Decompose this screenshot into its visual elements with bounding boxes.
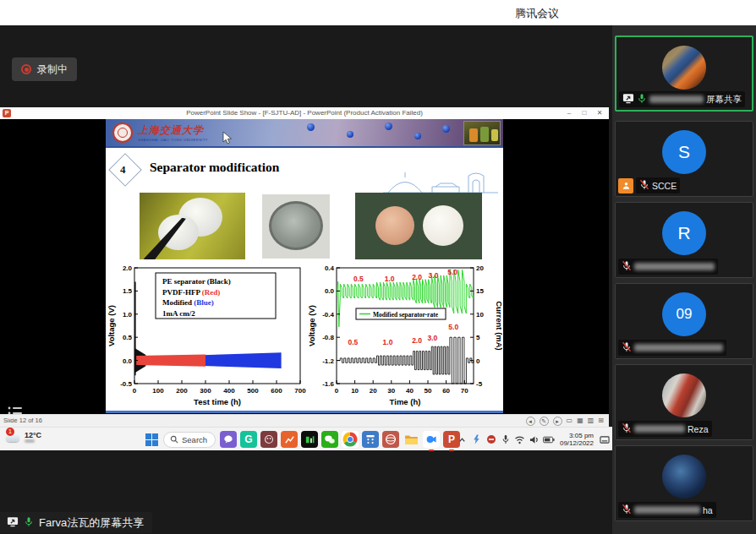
tencent-meeting-taskbar-icon[interactable] xyxy=(423,431,440,448)
normal-view-button[interactable]: ▭ xyxy=(567,416,573,426)
svg-text:3.0: 3.0 xyxy=(427,334,437,342)
svg-text:PVDF-HFP (Red): PVDF-HFP (Red) xyxy=(162,288,220,297)
participant-avatar xyxy=(662,373,706,417)
screen-share-icon xyxy=(7,516,19,530)
powerpoint-titlebar: P PowerPoint Slide Show - [F-SJTU-AD] - … xyxy=(0,107,609,119)
decorative-ball xyxy=(307,123,315,131)
svg-text:1.0: 1.0 xyxy=(383,338,393,346)
mic-muted-icon xyxy=(639,179,649,192)
next-slide-button[interactable]: ▸ xyxy=(553,417,562,426)
decorative-ball xyxy=(385,123,392,130)
svg-text:0: 0 xyxy=(335,387,339,395)
app-maroon-taskbar-icon[interactable] xyxy=(260,431,277,448)
svg-text:Modified (Blue): Modified (Blue) xyxy=(162,298,214,307)
participant-label-overlay xyxy=(618,259,718,275)
search-box[interactable]: Search xyxy=(163,432,216,448)
touch-keyboard-icon[interactable] xyxy=(599,433,611,445)
clock-date: 09/12/2022 xyxy=(560,439,594,447)
participant-name-pill xyxy=(618,259,718,275)
chat-app-taskbar-icon[interactable] xyxy=(220,431,237,448)
svg-text:0.5: 0.5 xyxy=(123,334,133,341)
previous-slide-button[interactable]: ◂ xyxy=(526,417,535,426)
reading-view-button[interactable]: ▥ xyxy=(588,416,594,426)
annotation-pen-button[interactable]: ✎ xyxy=(540,417,549,426)
participant-tile-6[interactable]: ha xyxy=(615,445,753,521)
terminal-app-taskbar-icon[interactable] xyxy=(301,431,318,448)
svg-text:60: 60 xyxy=(442,387,450,395)
redacted-name xyxy=(634,425,685,433)
svg-text:20: 20 xyxy=(370,387,377,395)
start-button[interactable] xyxy=(144,432,159,447)
screen-share-icon xyxy=(7,516,19,527)
wifi-tray-icon[interactable] xyxy=(514,433,526,445)
slideshow-view-button[interactable]: ⊞ xyxy=(598,416,604,426)
app-orange-chart-taskbar-icon[interactable] xyxy=(281,431,298,448)
windows-logo-icon xyxy=(145,433,158,446)
close-button[interactable]: ✕ xyxy=(592,107,607,119)
mic-muted-icon xyxy=(622,341,632,352)
participant-tile-5[interactable]: Reza xyxy=(615,364,753,440)
grammarly-taskbar-icon[interactable]: G xyxy=(240,431,257,448)
participant-name-pill: 屏幕共享 xyxy=(619,91,745,107)
redacted-name xyxy=(634,263,715,270)
volume-tray-icon[interactable] xyxy=(529,433,540,445)
slide: 上海交通大学 SHANGHAI JIAO TONG UNIVERSITY 4 S… xyxy=(106,119,503,413)
system-tray: 3:05 pm09/12/2022 xyxy=(457,429,611,450)
mic-muted-icon xyxy=(639,179,649,190)
chrome-taskbar-icon[interactable] xyxy=(342,431,359,448)
vpn-red-tray-icon[interactable] xyxy=(485,433,497,445)
bolt-tray-icon[interactable] xyxy=(471,433,483,445)
participant-tile-3[interactable]: R xyxy=(615,202,753,278)
svg-text:50: 50 xyxy=(425,387,432,395)
mic-muted-icon xyxy=(622,260,632,271)
restore-button[interactable]: □ xyxy=(577,107,592,119)
svg-text:0.0: 0.0 xyxy=(123,357,133,365)
svg-text:600: 600 xyxy=(271,387,282,395)
svg-text:200: 200 xyxy=(176,387,188,395)
powerpoint-body: 上海交通大学 SHANGHAI JIAO TONG UNIVERSITY 4 S… xyxy=(0,119,609,414)
participant-name: SCCE xyxy=(652,181,677,191)
layout-toggle-icon[interactable] xyxy=(6,403,25,422)
svg-text:-1.6: -1.6 xyxy=(322,380,334,388)
svg-text:5.0: 5.0 xyxy=(447,268,457,276)
battery-photo xyxy=(463,121,501,145)
file-explorer-taskbar-icon[interactable] xyxy=(403,431,419,448)
participant-avatar xyxy=(662,46,706,90)
participant-tile-1[interactable]: 屏幕共享 xyxy=(615,35,753,112)
svg-text:5: 5 xyxy=(476,334,480,341)
taskbar-center: Search GP xyxy=(144,431,460,448)
participant-tile-4[interactable]: 09 xyxy=(615,283,753,359)
minimize-button[interactable]: – xyxy=(562,107,577,119)
host-badge-icon xyxy=(618,178,633,193)
taskbar-clock[interactable]: 3:05 pm09/12/2022 xyxy=(557,432,596,447)
clock-time: 3:05 pm xyxy=(560,432,594,439)
screen-share-icon xyxy=(622,93,634,104)
rate-performance-chart: 0102030405060700.40.0-0.4-0.8-1.2-1.6201… xyxy=(307,259,502,410)
redacted-name xyxy=(634,506,700,514)
calculator-taskbar-icon[interactable] xyxy=(362,431,379,448)
svg-text:Voltage (V): Voltage (V) xyxy=(307,305,316,346)
slide-sorter-view-button[interactable]: ▦ xyxy=(577,416,583,426)
svg-text:1.5: 1.5 xyxy=(123,287,133,295)
mic-muted-icon xyxy=(622,260,632,273)
chevron-up-tray-icon[interactable] xyxy=(457,433,468,445)
svg-text:2.0: 2.0 xyxy=(412,336,422,345)
svg-text:0: 0 xyxy=(476,357,480,365)
screen: 腾讯会议 录制中 P PowerPoint Slide Show - [F-SJ… xyxy=(0,0,756,534)
svg-text:0.5: 0.5 xyxy=(348,338,359,346)
participant-tile-2[interactable]: S SCCE xyxy=(615,121,753,197)
mic-muted-icon xyxy=(622,341,632,354)
taskbar: 1 12°C Search xyxy=(0,427,612,450)
recording-badge[interactable]: 录制中 xyxy=(12,57,77,81)
weather-widget[interactable]: 1 12°C xyxy=(4,429,41,444)
app-globe-taskbar-icon[interactable] xyxy=(382,431,399,448)
wechat-taskbar-icon[interactable] xyxy=(321,431,338,448)
svg-text:-1.2: -1.2 xyxy=(322,357,334,365)
redacted-name xyxy=(634,344,723,351)
mic-tray-icon[interactable] xyxy=(500,433,512,445)
weather-icon: 1 xyxy=(4,429,21,444)
participant-label-overlay: Reza xyxy=(618,421,712,437)
battery-tray-icon[interactable] xyxy=(543,433,555,445)
mouse-cursor xyxy=(222,132,233,145)
meeting-title: 腾讯会议 xyxy=(499,6,575,21)
